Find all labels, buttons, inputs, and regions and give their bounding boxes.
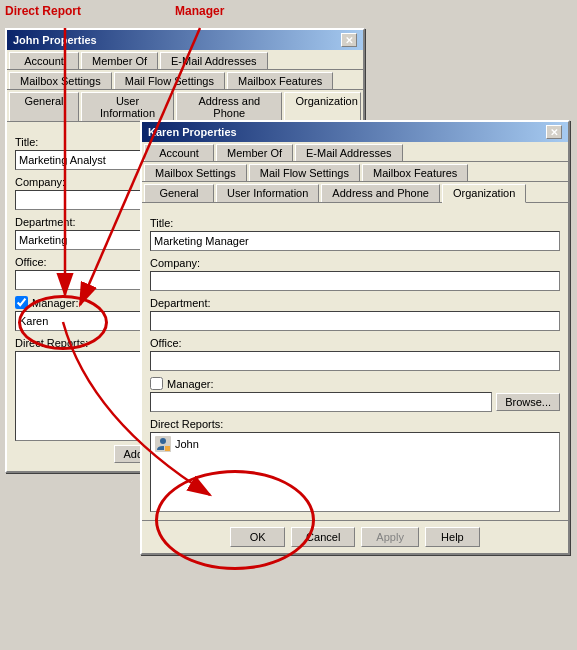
karen-apply-btn[interactable]: Apply [361, 527, 419, 547]
karen-tab-mailboxfeatures[interactable]: Mailbox Features [362, 164, 468, 181]
karen-dialog-buttons: OK Cancel Apply Help [142, 520, 568, 553]
karen-ok-btn[interactable]: OK [230, 527, 285, 547]
karen-manager-input[interactable] [150, 392, 492, 412]
john-tabs-row1: Account Member Of E-Mail Addresses [7, 50, 363, 70]
karen-directreport-john[interactable]: John [153, 435, 557, 453]
user-icon [155, 436, 171, 452]
karen-title-label: Title: [150, 217, 560, 229]
john-manager-checkbox[interactable] [15, 296, 28, 309]
karen-help-btn[interactable]: Help [425, 527, 480, 547]
karen-tab-organization[interactable]: Organization [442, 184, 526, 203]
john-dialog-title: John Properties [13, 34, 97, 46]
john-tabs-row2: Mailbox Settings Mail Flow Settings Mail… [7, 70, 363, 90]
john-tab-account[interactable]: Account [9, 52, 79, 69]
john-tab-addressphone[interactable]: Address and Phone [176, 92, 282, 121]
karen-tabs-row3: General User Information Address and Pho… [142, 182, 568, 203]
karen-company-input[interactable] [150, 271, 560, 291]
karen-tab-addressphone[interactable]: Address and Phone [321, 184, 440, 202]
karen-title-input[interactable] [150, 231, 560, 251]
direct-report-annotation: Direct Report [5, 4, 81, 18]
john-report-name: John [175, 438, 199, 450]
john-manager-checkbox-label: Manager: [32, 297, 78, 309]
karen-directreports-list: John [150, 432, 560, 512]
john-dialog-close[interactable]: ✕ [341, 33, 357, 47]
karen-dialog-title: Karen Properties [148, 126, 237, 138]
karen-department-label: Department: [150, 297, 560, 309]
john-tab-mailboxfeatures[interactable]: Mailbox Features [227, 72, 333, 89]
karen-tabs-row1: Account Member Of E-Mail Addresses [142, 142, 568, 162]
manager-annotation: Manager [175, 4, 224, 18]
karen-tab-account[interactable]: Account [144, 144, 214, 161]
karen-dialog-close[interactable]: ✕ [546, 125, 562, 139]
karen-browse-btn[interactable]: Browse... [496, 393, 560, 411]
karen-company-label: Company: [150, 257, 560, 269]
karen-tabs-row2: Mailbox Settings Mail Flow Settings Mail… [142, 162, 568, 182]
karen-office-input[interactable] [150, 351, 560, 371]
karen-tab-mailboxsettings[interactable]: Mailbox Settings [144, 164, 247, 181]
svg-rect-3 [165, 446, 170, 451]
karen-department-input[interactable] [150, 311, 560, 331]
karen-manager-checkbox-label: Manager: [167, 378, 213, 390]
karen-manager-field-row: Browse... [150, 392, 560, 412]
john-tab-memberof[interactable]: Member Of [81, 52, 158, 69]
john-tabs-row3: General User Information Address and Pho… [7, 90, 363, 122]
karen-dialog: Karen Properties ✕ Account Member Of E-M… [140, 120, 570, 555]
karen-manager-checkbox[interactable] [150, 377, 163, 390]
karen-tab-memberof[interactable]: Member Of [216, 144, 293, 161]
karen-tab-userinfo[interactable]: User Information [216, 184, 319, 202]
john-tab-mailflowsettings[interactable]: Mail Flow Settings [114, 72, 225, 89]
karen-manager-row: Manager: [150, 377, 560, 390]
john-tab-mailboxsettings[interactable]: Mailbox Settings [9, 72, 112, 89]
karen-tab-mailflowsettings[interactable]: Mail Flow Settings [249, 164, 360, 181]
john-tab-general[interactable]: General [9, 92, 79, 121]
karen-cancel-btn[interactable]: Cancel [291, 527, 355, 547]
svg-point-1 [160, 438, 166, 444]
karen-dialog-titlebar: Karen Properties ✕ [142, 122, 568, 142]
john-dialog-titlebar: John Properties ✕ [7, 30, 363, 50]
karen-dialog-content: Title: Company: Department: Office: Mana… [142, 203, 568, 520]
karen-office-label: Office: [150, 337, 560, 349]
karen-directreports-label: Direct Reports: [150, 418, 560, 430]
john-tab-organization[interactable]: Organization [284, 92, 361, 122]
karen-tab-general[interactable]: General [144, 184, 214, 202]
john-tab-userinfo[interactable]: User Information [81, 92, 174, 121]
karen-tab-emailaddresses[interactable]: E-Mail Addresses [295, 144, 403, 161]
john-tab-emailaddresses[interactable]: E-Mail Addresses [160, 52, 268, 69]
